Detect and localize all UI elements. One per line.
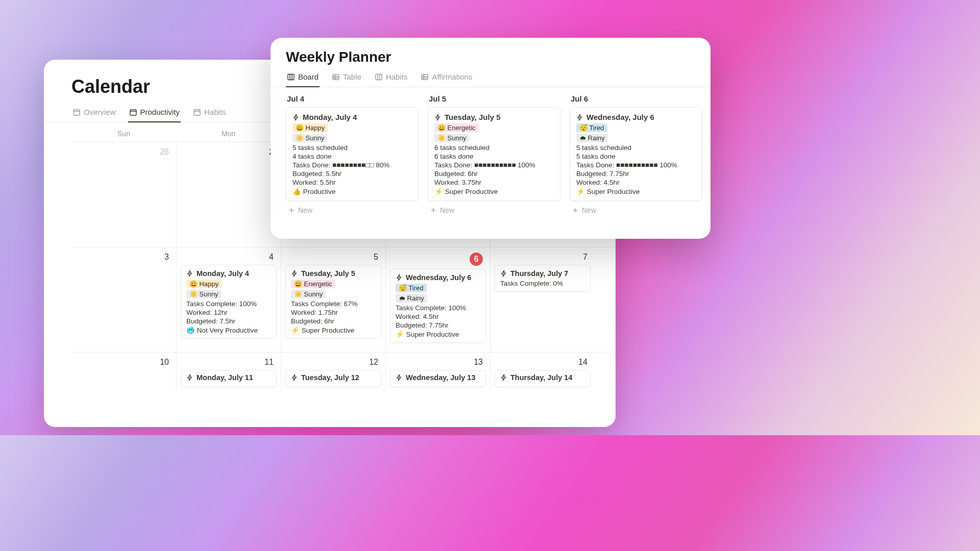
entry-line: 🥶 Not Very Productive [186,326,271,334]
entry-title-text: Tuesday, July 12 [301,373,359,382]
chip: ☀️ Sunny [186,290,221,298]
entry-title-text: Tuesday, July 5 [301,269,355,278]
calendar-cell[interactable]: 26 [71,142,176,247]
bolt-icon [434,114,442,121]
tab-table[interactable]: Table [331,70,362,87]
calendar-cell[interactable]: 5Tuesday, July 5😀 Energetic☀️ SunnyTasks… [281,247,385,352]
calendar-date: 11 [180,356,278,368]
tab-habits[interactable]: Habits [192,105,227,122]
calendar-cell[interactable]: 14Thursday, July 14 [490,353,595,391]
entry-line: 5 tasks done [576,153,696,160]
tab-productivity[interactable]: Productivity [128,105,181,122]
calendar-entry[interactable]: Wednesday, July 6😴 Tired🌧 RainyTasks Com… [390,269,486,343]
planner-tabs: Board Table Habits Affirmations [271,70,710,87]
calendar-cell[interactable]: 7Thursday, July 7Tasks Complete: 0% [490,247,595,352]
calendar-cell[interactable]: 12Tuesday, July 12 [281,353,385,391]
calendar-cell[interactable]: 2 [176,142,281,247]
calendar-entry[interactable]: Thursday, July 14 [495,370,591,387]
planner-card-item[interactable]: Wednesday, July 6😴 Tired🌧 Rainy5 tasks s… [570,107,702,201]
tab-board[interactable]: Board [286,70,320,87]
calendar-cell[interactable]: 3 [71,247,176,352]
calendar-date: 4 [180,251,278,263]
entry-line: Budgeted: 7.5hr [186,317,271,325]
planner-column: Jul 4Monday, July 4😀 Happy☀️ Sunny5 task… [286,94,428,214]
chip: 😀 Energetic [291,280,335,288]
calendar-date: 13 [389,356,487,368]
entry-line: Tasks Complete: 67% [291,300,376,308]
planner-columns: Jul 4Monday, July 4😀 Happy☀️ Sunny5 task… [271,87,710,214]
tab-overview-label: Overview [84,108,116,116]
entry-line: Tasks Done: ■■■■■■■■■■ 100% [576,161,696,169]
planner-card: Weekly Planner Board Table Habits Affirm… [271,38,710,239]
tab-affirmations[interactable]: Affirmations [420,70,473,87]
entry-line: Budgeted: 5.5hr [292,170,412,178]
entry-line: Tasks Complete: 100% [186,300,271,308]
chip: ☀️ Sunny [291,290,326,298]
entry-line: Worked: 5.5hr [292,179,412,186]
planner-column: Jul 6Wednesday, July 6😴 Tired🌧 Rainy5 ta… [570,94,710,214]
bolt-icon [291,374,298,381]
calendar-entry[interactable]: Tuesday, July 12 [285,370,381,387]
bolt-icon [500,270,507,277]
weekday-label: Mon [176,130,281,138]
svg-rect-3 [288,74,294,80]
entry-title-text: Monday, July 11 [197,373,253,382]
weekday-label: Sun [71,130,176,138]
today-badge: 6 [470,253,483,266]
entry-line: 5 tasks scheduled [576,144,696,152]
calendar-entry[interactable]: Wednesday, July 13 [390,370,486,387]
calendar-entry[interactable]: Monday, July 4😀 Happy☀️ SunnyTasks Compl… [181,265,277,339]
bolt-icon [291,270,298,277]
calendar-date: 12 [284,356,382,368]
calendar-entry[interactable]: Tuesday, July 5😀 Energetic☀️ SunnyTasks … [285,265,381,339]
calendar-icon [72,108,81,116]
entry-line: Budgeted: 7.75hr [396,321,480,329]
bolt-icon [396,274,403,281]
plus-icon [572,207,579,214]
tab-planner-habits[interactable]: Habits [374,70,409,87]
calendar-icon [129,108,137,116]
calendar-date: 7 [494,251,592,263]
entry-line: ⚡ Super Productive [434,187,554,195]
board-icon [287,73,295,81]
calendar-cell[interactable]: 4Monday, July 4😀 Happy☀️ SunnyTasks Comp… [176,247,281,352]
entry-line: Worked: 12hr [186,309,271,316]
calendar-entry[interactable]: Thursday, July 7Tasks Complete: 0% [495,265,591,292]
entry-line: 6 tasks scheduled [434,144,554,152]
planner-card-item[interactable]: Tuesday, July 5😀 Energetic☀️ Sunny6 task… [428,107,560,201]
entry-line: Worked: 4.5hr [396,313,480,320]
entry-line: 👍 Productive [292,187,412,195]
tab-table-label: Table [343,72,361,81]
svg-rect-6 [422,74,428,80]
table-icon [332,73,340,81]
svg-rect-1 [130,110,136,115]
calendar-date: 14 [494,356,592,368]
tab-overview[interactable]: Overview [71,105,117,122]
calendar-cell[interactable]: 11Monday, July 11 [176,353,281,391]
table-icon [421,73,429,81]
calendar-cell[interactable]: 13Wednesday, July 13 [385,353,490,391]
planner-column-heading: Jul 4 [286,94,428,103]
plus-icon [288,207,295,214]
chip: ☀️ Sunny [434,134,469,142]
entry-title-text: Wednesday, July 13 [406,373,475,382]
calendar-cell[interactable]: 6Wednesday, July 6😴 Tired🌧 RainyTasks Co… [385,247,490,352]
entry-line: ⚡ Super Productive [576,187,696,195]
new-button[interactable]: New [286,201,428,214]
plus-icon [430,207,437,214]
new-button-label: New [582,206,596,214]
entry-line: Tasks Done: ■■■■■■■■■■ 100% [434,161,554,169]
planner-card-item[interactable]: Monday, July 4😀 Happy☀️ Sunny5 tasks sch… [286,107,419,201]
bolt-icon [500,374,507,381]
entry-line: ⚡ Super Productive [291,326,376,334]
new-button[interactable]: New [570,201,710,214]
calendar-entry[interactable]: Monday, July 11 [181,370,277,387]
tab-affirmations-label: Affirmations [432,72,472,81]
bolt-icon [576,114,583,121]
calendar-date: 10 [75,356,173,368]
chip: 😀 Happy [292,123,328,132]
new-button[interactable]: New [428,201,570,214]
entry-line: Worked: 3.75hr [434,179,554,186]
calendar-cell[interactable]: 10 [71,353,176,391]
svg-rect-4 [333,74,339,80]
